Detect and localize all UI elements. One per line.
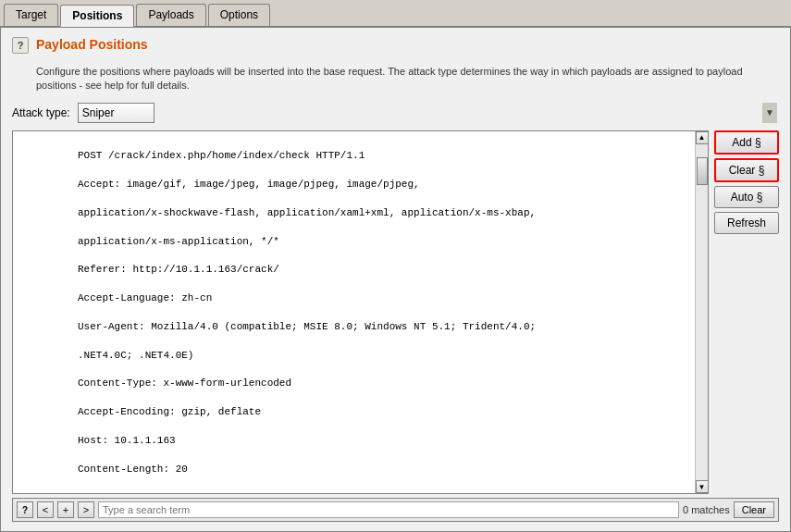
request-line-13: Proxy-Connection: Keep-Alive	[78, 492, 249, 493]
scroll-up-arrow[interactable]: ▲	[696, 131, 709, 144]
help-icon[interactable]: ?	[12, 37, 29, 54]
auto-button[interactable]: Auto §	[714, 186, 779, 208]
search-help-button[interactable]: ?	[17, 501, 33, 518]
search-bar: ? < + > 0 matches Clear	[12, 498, 779, 522]
search-add-button[interactable]: +	[57, 501, 74, 518]
attack-type-row: Attack type: Sniper Battering ram Pitchf…	[12, 103, 779, 123]
search-prev-button[interactable]: <	[37, 501, 54, 518]
request-line-5: Referer: http://10.1.1.163/crack/	[78, 264, 279, 275]
section-description: Configure the positions where payloads w…	[36, 65, 779, 93]
scrollbar-thumb[interactable]	[697, 157, 708, 185]
request-text[interactable]: POST /crack/index.php/home/index/check H…	[13, 131, 695, 493]
request-line-8: .NET4.0C; .NET4.0E)	[78, 350, 193, 361]
search-clear-button[interactable]: Clear	[734, 501, 774, 518]
section-title: Payload Positions	[36, 37, 148, 52]
request-line-1: POST /crack/index.php/home/index/check H…	[78, 150, 365, 161]
request-line-9: Content-Type: x-www-form-urlencoded	[78, 377, 291, 389]
tab-target[interactable]: Target	[4, 4, 58, 26]
search-input[interactable]	[98, 501, 679, 518]
tab-options[interactable]: Options	[208, 4, 270, 26]
section-header: ? Payload Positions	[12, 37, 779, 54]
clear-section-button[interactable]: Clear §	[714, 158, 779, 182]
scroll-down-arrow[interactable]: ▼	[696, 480, 709, 493]
request-editor-container: POST /crack/index.php/home/index/check H…	[12, 130, 709, 494]
buttons-panel: Add § Clear § Auto § Refresh	[714, 130, 779, 494]
attack-type-select[interactable]: Sniper Battering ram Pitchfork Cluster b…	[78, 103, 154, 123]
request-line-12: Content-Length: 20	[78, 464, 188, 475]
request-line-6: Accept-Language: zh-cn	[78, 292, 212, 303]
main-content: ? Payload Positions Configure the positi…	[0, 28, 791, 532]
tab-payloads[interactable]: Payloads	[136, 4, 205, 26]
request-line-2: Accept: image/gif, image/jpeg, image/pjp…	[78, 179, 420, 190]
attack-type-label: Attack type:	[12, 106, 70, 119]
request-line-3: application/x-shockwave-flash, applicati…	[78, 207, 536, 218]
add-button[interactable]: Add §	[714, 130, 779, 155]
request-line-11: Host: 10.1.1.163	[78, 435, 176, 446]
search-next-button[interactable]: >	[78, 501, 94, 518]
editor-row: POST /crack/index.php/home/index/check H…	[12, 130, 779, 494]
refresh-button[interactable]: Refresh	[714, 212, 779, 234]
attack-type-select-wrapper: Sniper Battering ram Pitchfork Cluster b…	[78, 103, 779, 123]
request-line-10: Accept-Encoding: gzip, deflate	[78, 406, 261, 417]
request-line-4: application/x-ms-application, */*	[78, 236, 279, 247]
tab-positions[interactable]: Positions	[60, 5, 134, 27]
request-line-7: User-Agent: Mozilla/4.0 (compatible; MSI…	[78, 321, 536, 332]
scrollbar[interactable]: ▲ ▼	[695, 131, 708, 493]
tab-bar: Target Positions Payloads Options	[0, 0, 791, 28]
match-count: 0 matches	[683, 504, 730, 515]
